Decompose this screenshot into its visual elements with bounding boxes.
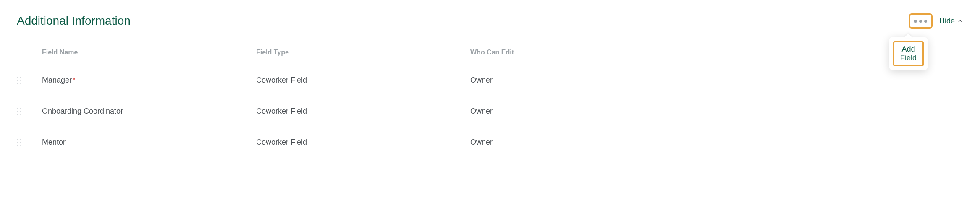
- ellipsis-icon: [914, 20, 917, 23]
- ellipsis-icon: [924, 20, 927, 23]
- field-who-cell: Owner: [470, 76, 963, 85]
- field-type-cell: Coworker Field: [256, 138, 470, 147]
- more-actions-button[interactable]: [909, 13, 933, 29]
- hide-toggle[interactable]: Hide: [939, 17, 963, 26]
- field-name-text: Manager: [42, 76, 72, 84]
- field-name-cell: Manager*: [42, 76, 256, 85]
- ellipsis-icon: [919, 20, 922, 23]
- drag-handle-icon[interactable]: [17, 75, 23, 85]
- drag-handle-cell: [17, 75, 42, 85]
- drag-handle-icon[interactable]: [17, 106, 23, 116]
- table-row: Mentor Coworker Field Owner: [17, 127, 963, 158]
- table-header-row: Field Name Field Type Who Can Edit: [17, 49, 963, 65]
- table-row: Onboarding Coordinator Coworker Field Ow…: [17, 96, 963, 127]
- chevron-up-icon: [957, 18, 963, 24]
- field-type-cell: Coworker Field: [256, 107, 470, 116]
- col-type-header: Field Type: [256, 49, 470, 56]
- field-who-cell: Owner: [470, 107, 963, 116]
- drag-handle-cell: [17, 138, 42, 147]
- field-who-cell: Owner: [470, 138, 963, 147]
- fields-table: Field Name Field Type Who Can Edit Manag…: [17, 49, 963, 158]
- col-name-header: Field Name: [42, 49, 256, 56]
- field-name-cell: Mentor: [42, 138, 256, 147]
- field-name-cell: Onboarding Coordinator: [42, 107, 256, 116]
- actions-popover: Add Field: [889, 37, 928, 70]
- field-name-text: Onboarding Coordinator: [42, 107, 123, 115]
- drag-handle-cell: [17, 106, 42, 116]
- header-actions: Hide Add Field: [909, 13, 963, 29]
- field-type-cell: Coworker Field: [256, 76, 470, 85]
- section-header: Additional Information Hide Add Field: [17, 13, 963, 29]
- drag-handle-icon[interactable]: [17, 138, 23, 147]
- table-row: Manager* Coworker Field Owner: [17, 65, 963, 96]
- hide-label: Hide: [939, 17, 955, 26]
- required-asterisk-icon: *: [73, 77, 75, 84]
- section-title: Additional Information: [17, 14, 131, 28]
- col-handle-header: [17, 49, 42, 56]
- add-field-button[interactable]: Add Field: [893, 41, 924, 66]
- field-name-text: Mentor: [42, 138, 66, 146]
